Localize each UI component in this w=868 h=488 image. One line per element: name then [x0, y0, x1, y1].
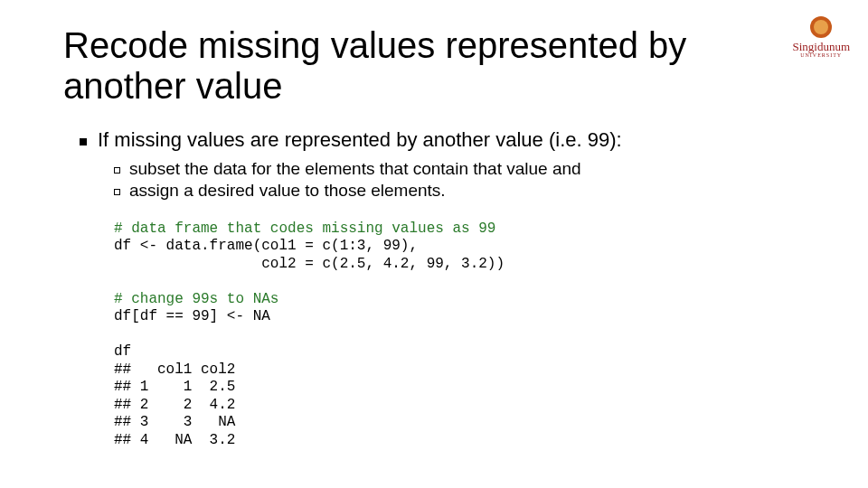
code-comment: # data frame that codes missing values a…: [114, 221, 495, 237]
bullet-text: assign a desired value to those elements…: [129, 181, 446, 201]
code-comment: # change 99s to NAs: [114, 291, 278, 307]
logo-seal-icon: [810, 16, 832, 38]
code-line: ## 4 NA 3.2: [114, 432, 235, 448]
square-outline-bullet-icon: [114, 167, 120, 174]
code-line: ## 1 1 2.5: [114, 379, 235, 395]
logo-subtitle: UNIVERSITY: [792, 52, 850, 58]
slide-title: Recode missing values represented by ano…: [63, 25, 805, 107]
code-line: df: [114, 343, 131, 360]
slide: Singidunum UNIVERSITY Recode missing val…: [0, 0, 868, 488]
university-logo: Singidunum UNIVERSITY: [792, 16, 850, 58]
bullet-level2: assign a desired value to those elements…: [114, 181, 805, 201]
code-block: # data frame that codes missing values a…: [114, 221, 805, 450]
bullet-level2: subset the data for the elements that co…: [114, 159, 805, 179]
bullet-text: If missing values are represented by ano…: [98, 128, 622, 152]
code-line: ## 3 3 NA: [114, 414, 235, 430]
code-line: col2 = c(2.5, 4.2, 99, 3.2)): [114, 256, 505, 272]
code-line: df[df == 99] <- NA: [114, 308, 270, 324]
square-outline-bullet-icon: [114, 189, 120, 195]
code-line: ## 2 2 4.2: [114, 397, 235, 413]
bullet-text: subset the data for the elements that co…: [129, 159, 581, 179]
square-bullet-icon: [80, 138, 87, 145]
bullet-level1: If missing values are represented by ano…: [80, 128, 805, 152]
code-line: ## col1 col2: [114, 361, 235, 378]
code-line: df <- data.frame(col1 = c(1:3, 99),: [114, 238, 418, 254]
